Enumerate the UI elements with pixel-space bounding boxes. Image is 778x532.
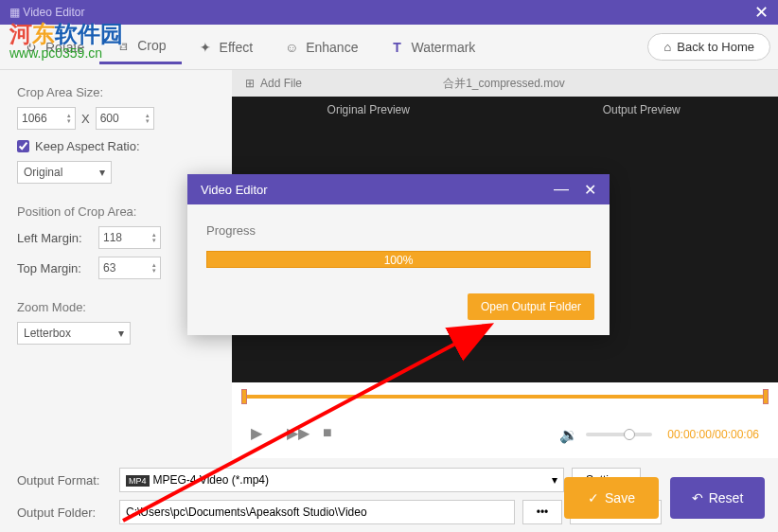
output-folder-label: Output Folder: [17,505,112,520]
save-label: Save [605,490,635,505]
tab-crop[interactable]: ⧈ Crop [99,29,181,64]
tab-enhance[interactable]: ☺ Enhance [268,31,373,63]
original-preview-label: Original Preview [232,97,505,123]
crop-height-input[interactable]: 600▴▾ [96,107,154,130]
undo-icon: ↶ [692,490,703,505]
zoom-select[interactable]: Letterbox▾ [17,322,131,345]
action-buttons: ✓ Save ↶ Reset [564,477,765,519]
tab-watermark-label: Watermark [411,40,475,55]
plus-icon: ⊞ [245,77,255,90]
crop-size-label: Crop Area Size: [17,85,215,99]
enhance-icon: ☺ [283,39,300,56]
tab-enhance-label: Enhance [306,40,358,55]
top-margin-input[interactable]: 63▴▾ [98,257,161,279]
back-home-label: Back to Home [677,40,754,54]
dialog-minimize-icon[interactable]: — [554,181,569,198]
progress-bar: 100% [206,251,591,268]
close-icon[interactable]: ✕ [754,2,769,23]
tab-crop-label: Crop [137,38,166,53]
watermark-icon: T [388,39,405,56]
top-margin-label: Top Margin: [17,261,91,275]
timeline[interactable] [232,382,778,411]
keep-aspect-label: Keep Aspect Ratio: [35,139,140,153]
progress-dialog: Video Editor — ✕ Progress 100% Open Outp… [187,174,610,335]
open-output-folder-button[interactable]: Open Output Folder [468,293,594,320]
titlebar-title: Video Editor [23,6,84,19]
output-preview-label: Output Preview [505,97,779,123]
time-display: 00:00:00/00:00:06 [667,428,759,441]
reset-button[interactable]: ↶ Reset [670,477,765,519]
tab-rotate-label: Rotate [45,40,84,55]
rotate-icon: ↻ [23,39,40,56]
stop-button[interactable]: ■ [323,424,344,445]
output-format-label: Output Format: [17,473,112,488]
dialog-title: Video Editor [201,183,268,197]
chevron-down-icon: ▾ [99,166,105,179]
volume-slider[interactable] [586,433,652,436]
home-icon: ⌂ [663,40,671,54]
forward-button[interactable]: ▶▶ [287,424,308,445]
size-x: X [81,112,90,126]
format-icon: MP4 [126,475,150,487]
left-margin-input[interactable]: 118▴▾ [98,226,161,249]
chevron-down-icon: ▾ [118,327,124,340]
progress-label: Progress [206,223,591,238]
playback-controls: ▶ ▶▶ ■ 🔉 00:00:00/00:00:06 [232,411,778,458]
titlebar-icon: ▦ [9,6,20,19]
output-format-select[interactable]: MP4MPEG-4 Video (*.mp4) ▾ [119,468,564,492]
left-margin-label: Left Margin: [17,231,91,245]
back-to-home-button[interactable]: ⌂ Back to Home [647,33,770,61]
tab-effect[interactable]: ✦ Effect [182,31,269,63]
volume-control: 🔉 [559,426,652,444]
output-folder-input[interactable]: C:\Users\pc\Documents\Apeaksoft Studio\V… [119,500,515,524]
add-file-label: Add File [260,77,302,90]
volume-icon[interactable]: 🔉 [559,426,578,444]
position-label: Position of Crop Area: [17,204,215,219]
aspect-select[interactable]: Original▾ [17,161,112,184]
chevron-down-icon: ▾ [552,473,557,487]
timeline-end-handle[interactable] [763,389,769,404]
crop-icon: ⧈ [115,37,132,54]
dialog-close-icon[interactable]: ✕ [584,181,596,199]
dialog-titlebar: Video Editor — ✕ [187,174,610,204]
filename: 合并1_compressed.mov [315,76,693,92]
crop-width-input[interactable]: 1066▴▾ [17,107,76,130]
tab-watermark[interactable]: T Watermark [373,31,490,63]
file-bar: ⊞ Add File 合并1_compressed.mov [232,70,778,97]
timeline-start-handle[interactable] [241,389,247,404]
tab-rotate[interactable]: ↻ Rotate [8,31,99,63]
keep-aspect-checkbox[interactable] [17,140,29,152]
play-button[interactable]: ▶ [251,424,272,445]
add-file-button[interactable]: ⊞ Add File [232,77,315,90]
check-icon: ✓ [588,490,599,505]
titlebar: ▦ Video Editor ✕ [0,0,778,25]
browse-button[interactable]: ••• [522,500,562,524]
tab-effect-label: Effect [220,40,254,55]
timeline-track[interactable] [241,395,769,399]
zoom-label: Zoom Mode: [17,300,215,314]
save-button[interactable]: ✓ Save [564,477,659,519]
main-toolbar: ↻ Rotate ⧈ Crop ✦ Effect ☺ Enhance T Wat… [0,25,778,70]
reset-label: Reset [709,490,744,505]
effect-icon: ✦ [197,39,214,56]
